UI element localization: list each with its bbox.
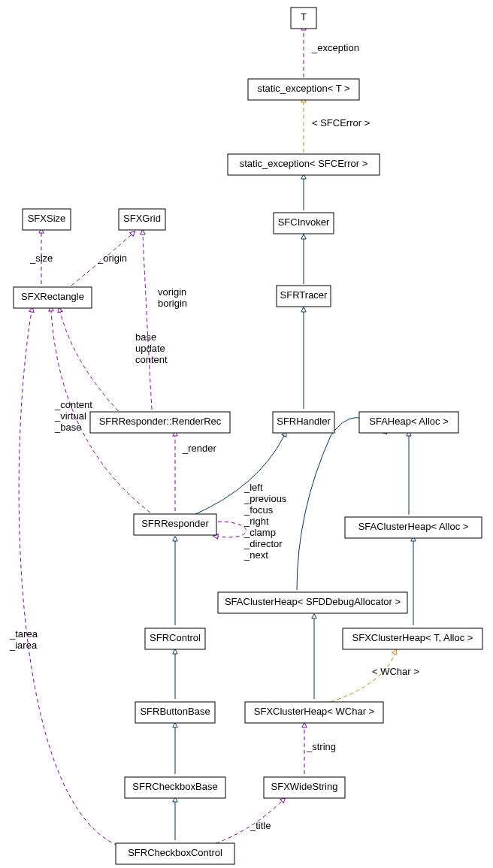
svg-text:SFXSize: SFXSize bbox=[28, 213, 66, 224]
svg-text:SFAHeap< Alloc >: SFAHeap< Alloc > bbox=[369, 416, 449, 427]
svg-text:SFRTracer: SFRTracer bbox=[280, 289, 328, 301]
svg-text:SFRHandler: SFRHandler bbox=[277, 416, 331, 427]
collaboration-diagram: _exception < SFCError > _size _origin vo… bbox=[0, 0, 493, 868]
svg-text:_next: _next bbox=[243, 549, 268, 561]
node-RenderRec: SFRResponder::RenderRec bbox=[90, 412, 230, 433]
node-SFRCheckboxControl: SFRCheckboxControl bbox=[116, 843, 234, 864]
node-SFAHeap: SFAHeap< Alloc > bbox=[359, 412, 458, 433]
node-static_exception_SFCError: static_exception< SFCError > bbox=[228, 154, 380, 175]
node-SFRButtonBase: SFRButtonBase bbox=[135, 702, 215, 723]
node-SFXClusterHeapTA: SFXClusterHeap< T, Alloc > bbox=[343, 628, 482, 649]
svg-text:_iarea: _iarea bbox=[9, 640, 38, 651]
svg-text:_director: _director bbox=[243, 538, 283, 549]
svg-text:static_exception< T >: static_exception< T > bbox=[257, 83, 349, 94]
svg-text:static_exception< SFCError >: static_exception< SFCError > bbox=[240, 158, 368, 169]
svg-text:SFRResponder::RenderRec: SFRResponder::RenderRec bbox=[99, 416, 222, 427]
svg-text:update: update bbox=[135, 343, 165, 354]
svg-text:_right: _right bbox=[243, 516, 269, 527]
nodes: T static_exception< T > static_exception… bbox=[14, 8, 482, 864]
svg-text:SFXGrid: SFXGrid bbox=[123, 213, 161, 224]
svg-text:_exception: _exception bbox=[311, 42, 359, 53]
svg-text:_focus: _focus bbox=[243, 504, 274, 516]
node-SFXClusterHeapWChar: SFXClusterHeap< WChar > bbox=[245, 702, 383, 723]
svg-text:_size: _size bbox=[29, 253, 53, 264]
svg-text:content: content bbox=[135, 354, 168, 365]
svg-text:< WChar >: < WChar > bbox=[372, 666, 419, 677]
svg-text:SFCInvoker: SFCInvoker bbox=[278, 216, 330, 228]
svg-text:_string: _string bbox=[306, 741, 336, 752]
svg-text:_origin: _origin bbox=[97, 253, 127, 264]
svg-text:SFXClusterHeap< T, Alloc >: SFXClusterHeap< T, Alloc > bbox=[352, 632, 473, 643]
svg-text:_left: _left bbox=[243, 482, 263, 493]
svg-text:base: base bbox=[135, 331, 156, 343]
node-SFXSize: SFXSize bbox=[23, 209, 71, 230]
svg-text:_virtual: _virtual bbox=[54, 410, 86, 422]
node-SFAClusterHeapDebug: SFAClusterHeap< SFDDebugAllocator > bbox=[218, 592, 407, 613]
svg-text:SFRCheckboxControl: SFRCheckboxControl bbox=[128, 847, 222, 858]
svg-text:SFRButtonBase: SFRButtonBase bbox=[140, 706, 210, 717]
node-SFRTracer: SFRTracer bbox=[277, 286, 331, 307]
node-SFRHandler: SFRHandler bbox=[273, 412, 334, 433]
node-SFXWideString: SFXWideString bbox=[264, 777, 345, 798]
svg-text:borigin: borigin bbox=[158, 298, 187, 309]
svg-text:SFAClusterHeap< Alloc >: SFAClusterHeap< Alloc > bbox=[358, 521, 469, 532]
node-SFRCheckboxBase: SFRCheckboxBase bbox=[125, 777, 225, 798]
svg-text:_previous: _previous bbox=[243, 493, 287, 504]
node-static_exception_T: static_exception< T > bbox=[248, 79, 359, 100]
node-SFRControl: SFRControl bbox=[145, 628, 205, 649]
svg-text:_tarea: _tarea bbox=[9, 628, 38, 640]
node-T: T bbox=[291, 8, 316, 29]
node-SFRResponder: SFRResponder bbox=[134, 514, 216, 535]
svg-text:T: T bbox=[301, 11, 307, 23]
svg-text:vorigin: vorigin bbox=[158, 286, 186, 298]
svg-text:SFXWideString: SFXWideString bbox=[271, 781, 338, 792]
edges bbox=[19, 30, 413, 848]
svg-text:_title: _title bbox=[250, 820, 271, 831]
svg-text:_clamp: _clamp bbox=[243, 527, 276, 538]
svg-text:< SFCError >: < SFCError > bbox=[312, 117, 370, 129]
svg-text:SFRControl: SFRControl bbox=[150, 632, 201, 643]
svg-text:SFRResponder: SFRResponder bbox=[141, 518, 209, 529]
node-SFXRectangle: SFXRectangle bbox=[14, 287, 92, 308]
svg-text:_content: _content bbox=[54, 399, 92, 410]
svg-text:SFAClusterHeap< SFDDebugAlloca: SFAClusterHeap< SFDDebugAllocator > bbox=[225, 596, 401, 607]
svg-text:SFXClusterHeap< WChar >: SFXClusterHeap< WChar > bbox=[254, 706, 374, 717]
svg-text:_render: _render bbox=[182, 443, 216, 454]
node-SFXGrid: SFXGrid bbox=[119, 209, 165, 230]
node-SFAClusterHeapAlloc: SFAClusterHeap< Alloc > bbox=[345, 517, 482, 538]
svg-text:_base: _base bbox=[54, 422, 81, 433]
svg-text:SFRCheckboxBase: SFRCheckboxBase bbox=[132, 781, 217, 792]
node-SFCInvoker: SFCInvoker bbox=[274, 213, 334, 234]
svg-text:SFXRectangle: SFXRectangle bbox=[21, 291, 84, 302]
